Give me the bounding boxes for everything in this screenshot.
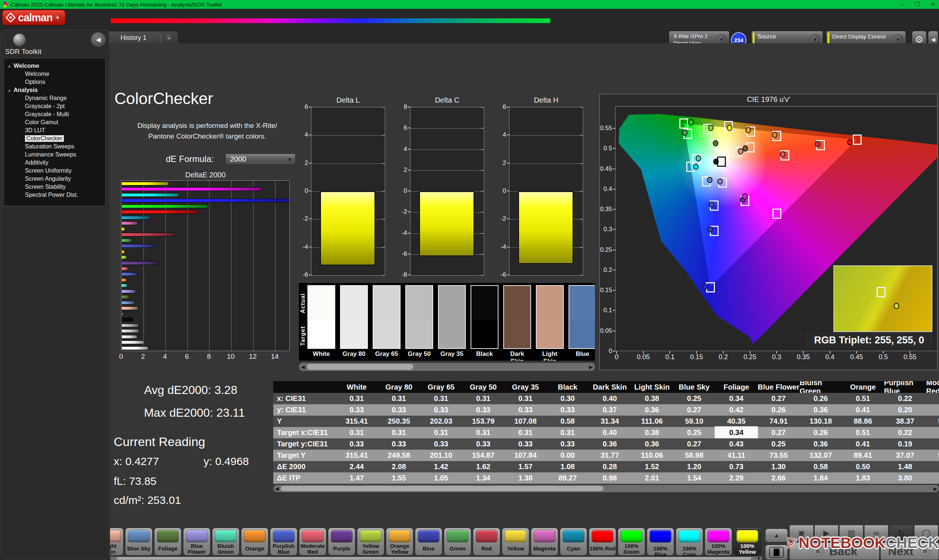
table-cell: 0.38 <box>631 393 673 404</box>
patch-button-100-cyan[interactable]: 100% Cyan <box>675 528 703 555</box>
back-button[interactable]: « Back <box>789 542 880 560</box>
patch-button-orange-yellow[interactable]: OrangeYellow <box>386 528 413 555</box>
patch-button-foliage[interactable]: Foliage <box>154 528 182 555</box>
cie-measured-blue <box>708 226 713 233</box>
tree-item-color-gamut[interactable]: Color Gamut <box>4 118 105 126</box>
swatch-gray-80[interactable] <box>340 285 368 349</box>
tree-item-welcome[interactable]: Welcome <box>4 70 105 78</box>
minimize-icon[interactable]: ─ <box>900 2 904 8</box>
table-corner-cell <box>273 381 336 393</box>
swatch-blue[interactable] <box>569 285 595 349</box>
toolbar-scrollbar[interactable]: ▶ <box>110 557 762 560</box>
pattern-window-button[interactable] <box>765 545 788 560</box>
patch-button-blue-flower[interactable]: BlueFlower <box>183 528 211 555</box>
patch-button-100-green[interactable]: 100%Green <box>618 528 645 555</box>
patch-button-purplish-blue[interactable]: PurplishBlue <box>270 528 298 555</box>
tree-item-dynamic-range[interactable]: Dynamic Range <box>4 94 105 102</box>
deltae-bar-magenta <box>122 222 138 225</box>
patch-color-chip <box>273 530 294 542</box>
scrollbar-thumb[interactable] <box>117 557 751 560</box>
patch-button-yellow[interactable]: Yellow <box>502 528 529 555</box>
tree-item-screen-angularity[interactable]: Screen Angularity <box>4 175 105 183</box>
patch-button-light-skin[interactable]: LightSkin <box>110 528 123 555</box>
table-scrollbar[interactable]: ◀ ▶ <box>273 485 939 492</box>
transport-button[interactable]: ▶ <box>814 525 839 542</box>
transport-button[interactable]: ◯ <box>914 525 938 542</box>
next-button[interactable]: Next » <box>880 542 939 560</box>
patch-button-blue[interactable]: Blue <box>415 528 443 555</box>
calman-logo-button[interactable]: calman ▼ <box>2 10 65 25</box>
scrollbar-thumb[interactable] <box>307 364 413 370</box>
patch-button-purple[interactable]: Purple <box>328 528 355 555</box>
swatch-gray-50[interactable] <box>405 285 433 349</box>
scroll-left-icon[interactable]: ◀ <box>300 363 306 371</box>
pattern-up-button[interactable]: ▲ <box>765 528 788 542</box>
scroll-right-icon[interactable]: ▶ <box>933 485 938 492</box>
patch-button-cyan[interactable]: Cyan <box>560 528 587 555</box>
swatch-gray-65[interactable] <box>373 285 401 349</box>
patch-button-moderate-red[interactable]: ModerateRed <box>299 528 327 555</box>
close-icon[interactable]: ✕ <box>931 1 935 8</box>
add-tab-button[interactable]: + <box>161 32 177 44</box>
transport-button[interactable]: ↻ <box>889 525 913 542</box>
tree-item-spectral-power-dist-[interactable]: Spectral Power Dist. <box>4 191 105 199</box>
expander-icon <box>8 65 10 68</box>
chevron-down-icon[interactable]: ▼ <box>53 13 62 22</box>
tree-item-screen-stability[interactable]: Screen Stability <box>4 183 105 191</box>
patch-button-bluish-green[interactable]: BluishGreen <box>212 528 239 555</box>
tree-item-analysis[interactable]: Analysis <box>4 86 105 94</box>
swatch-dark-skin[interactable] <box>503 285 531 349</box>
de-formula-select[interactable]: 2000 ▼ <box>225 154 296 165</box>
patch-button-100-blue[interactable]: 100% Blue <box>647 528 674 555</box>
transport-button[interactable]: ∞ <box>864 525 888 542</box>
sidebar-collapse-button[interactable]: ◀ <box>91 32 106 47</box>
x-tick-label: 8 <box>207 352 211 361</box>
right-tick <box>382 247 385 248</box>
patch-button-100-magenta[interactable]: 100%Magenta <box>705 528 732 555</box>
tree-item-saturation-sweeps[interactable]: Saturation Sweeps <box>4 143 105 151</box>
tree-item-label: 3D LUT <box>25 127 45 134</box>
tree-item-options[interactable]: Options <box>4 78 105 86</box>
scrollbar-thumb[interactable] <box>281 486 603 491</box>
tree-item-3d-lut[interactable]: 3D LUT <box>4 126 105 134</box>
scroll-left-icon[interactable]: ◀ <box>274 485 280 492</box>
swatch-gray-35[interactable] <box>438 285 466 349</box>
swatch-strip-scrollbar[interactable]: ◀ ▶ <box>299 363 595 371</box>
scroll-right-icon[interactable]: ▶ <box>587 363 594 371</box>
patch-button-blue-sky[interactable]: Blue Sky <box>125 528 153 555</box>
tree-item-welcome[interactable]: Welcome <box>4 62 105 70</box>
scroll-right-icon[interactable]: ▶ <box>757 556 762 560</box>
column-header-gray-50: Gray 50 <box>462 381 504 393</box>
tree-item-additivity[interactable]: Additivity <box>4 159 105 167</box>
patch-button-green[interactable]: Green <box>444 528 471 555</box>
tree-item-screen-uniformity[interactable]: Screen Uniformity <box>4 167 105 175</box>
patch-button-yellow-green[interactable]: YellowGreen <box>357 528 384 555</box>
y-tick <box>408 191 410 191</box>
patch-label: LightSkin <box>110 543 123 555</box>
patch-button-100-yellow[interactable]: 100%Yellow <box>734 528 761 555</box>
tree-item-grayscale-2pt[interactable]: Grayscale - 2pt <box>4 102 105 110</box>
sphere-button[interactable] <box>13 34 26 46</box>
transport-button[interactable]: ◙ <box>789 525 814 542</box>
transport-button[interactable]: ▥ <box>839 525 863 542</box>
patch-color-chip <box>649 530 671 542</box>
swatch-white[interactable] <box>307 285 335 349</box>
swatch-light-skin[interactable] <box>536 285 564 349</box>
swatch-black[interactable] <box>470 285 498 349</box>
tree-item-grayscale-multi[interactable]: Grayscale - Multi <box>4 110 105 118</box>
patch-button-red[interactable]: Red <box>473 528 500 555</box>
patch-button-100-red[interactable]: 100% Red <box>589 528 616 555</box>
maximize-icon[interactable]: ❐ <box>915 1 920 8</box>
tree-item-colorchecker[interactable]: ColorChecker <box>4 134 105 143</box>
table-cell: 38.37 <box>884 415 926 427</box>
cie-inset-target-square <box>877 287 885 297</box>
patch-button-magenta[interactable]: Magenta <box>531 528 558 555</box>
cie-target-red-100 <box>853 134 862 145</box>
table-cell[interactable]: 0.34 <box>715 427 757 438</box>
table-cell: 1.48 <box>884 461 926 472</box>
y-tick <box>507 107 509 108</box>
table-cell: 1.55 <box>378 472 420 484</box>
tree-item-luminance-sweeps[interactable]: Luminance Sweeps <box>4 151 105 159</box>
tab-history-1[interactable]: History 1 <box>106 32 161 44</box>
patch-button-orange[interactable]: Orange <box>241 528 268 555</box>
